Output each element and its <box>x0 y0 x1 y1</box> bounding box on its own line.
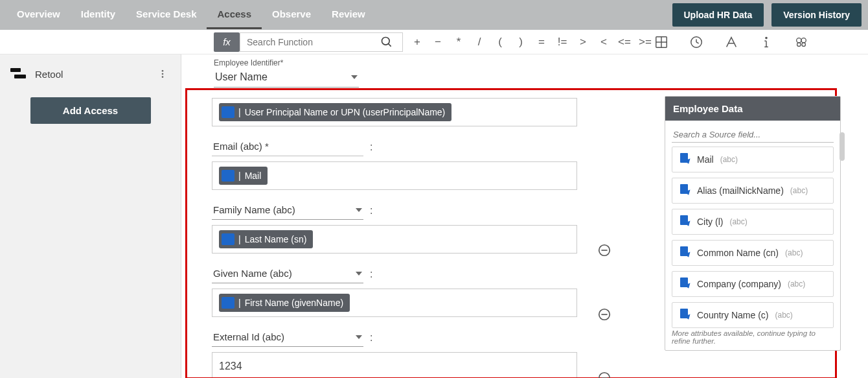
source-field-icon <box>222 297 234 309</box>
source-field-icon <box>679 278 691 290</box>
field-external-id-input[interactable]: 1234 <box>212 352 577 378</box>
source-field-list: Mail (abc) Alias (mailNickName) (abc) Ci… <box>665 147 840 328</box>
op-neq[interactable]: != <box>552 36 573 49</box>
remove-field-icon[interactable] <box>597 370 612 378</box>
colon: : <box>370 268 372 280</box>
field-external-id-value: 1234 <box>219 360 242 372</box>
op-lt[interactable]: < <box>593 36 614 49</box>
source-field-search-input[interactable] <box>672 127 834 143</box>
op-mul[interactable]: * <box>448 36 469 49</box>
scrollbar-thumb[interactable] <box>839 132 845 161</box>
function-search[interactable] <box>240 32 403 52</box>
calculator-icon[interactable] <box>653 34 670 51</box>
employee-identifier-select[interactable]: Employee Identifier* User Name <box>214 58 359 88</box>
svg-point-13 <box>801 38 806 42</box>
chevron-down-icon[interactable] <box>351 75 358 79</box>
fx-icon: fx <box>214 32 240 52</box>
source-field-type: (abc) <box>788 279 805 289</box>
op-plus[interactable]: + <box>407 36 428 49</box>
chip-mail[interactable]: | Mail <box>219 167 268 185</box>
source-field-item[interactable]: Company (company) (abc) <box>672 271 834 297</box>
svg-point-0 <box>382 37 390 45</box>
app-logo-icon <box>10 67 26 81</box>
op-div[interactable]: / <box>469 36 490 49</box>
field-email-label: Email (abc) * <box>213 141 269 152</box>
field-upn-input[interactable]: | User Principal Name or UPN (userPrinci… <box>212 98 577 126</box>
op-lte[interactable]: <= <box>614 36 635 49</box>
remove-field-icon[interactable] <box>597 242 612 258</box>
chevron-down-icon[interactable] <box>356 208 362 212</box>
colon: : <box>370 332 372 344</box>
employee-data-panel: Employee Data Mail (abc) Alias (mailNick… <box>665 96 841 351</box>
source-field-icon <box>222 233 234 245</box>
chip-upn-label: User Principal Name or UPN (userPrincipa… <box>245 107 446 117</box>
chip-first-name[interactable]: | First Name (givenName) <box>219 294 350 312</box>
text-icon[interactable] <box>723 34 740 51</box>
remove-field-icon[interactable] <box>597 307 612 322</box>
op-rparen[interactable]: ) <box>510 36 531 49</box>
op-gt[interactable]: > <box>573 36 593 49</box>
nav-service-desk[interactable]: Service Desk <box>126 1 207 29</box>
svg-point-23 <box>599 373 610 378</box>
nav-review[interactable]: Review <box>321 1 376 29</box>
upload-hr-data-button[interactable]: Upload HR Data <box>672 3 764 27</box>
function-search-input[interactable] <box>240 37 376 47</box>
source-field-item[interactable]: Mail (abc) <box>672 147 834 172</box>
op-eq[interactable]: = <box>531 36 552 49</box>
field-external-id-label: External Id (abc) <box>213 331 284 342</box>
source-field-item[interactable]: Country Name (c) (abc) <box>672 302 834 328</box>
chevron-down-icon[interactable] <box>356 272 362 276</box>
source-field-icon <box>222 106 234 118</box>
field-given-name-input[interactable]: | First Name (givenName) <box>212 289 577 317</box>
source-field-type: (abc) <box>790 186 808 195</box>
sidebar-header: Retool <box>6 64 174 93</box>
svg-line-1 <box>389 43 391 46</box>
svg-point-17 <box>162 73 164 75</box>
colon: : <box>370 205 372 217</box>
top-bar: Overview Identity Service Desk Access Ob… <box>0 0 868 30</box>
field-family-name-label: Family Name (abc) <box>213 204 295 215</box>
svg-point-15 <box>802 42 806 46</box>
sidebar: Retool Add Access <box>0 54 181 378</box>
toolbar-icons <box>653 34 810 51</box>
source-field-type: (abc) <box>729 217 747 226</box>
op-minus[interactable]: − <box>428 36 448 49</box>
add-access-button[interactable]: Add Access <box>30 97 151 124</box>
nav-observe[interactable]: Observe <box>262 1 321 29</box>
nav-identity[interactable]: Identity <box>71 1 126 29</box>
source-field-name: Common Name (cn) <box>697 248 779 258</box>
field-given-name-label: Given Name (abc) <box>213 268 292 279</box>
source-field-name: Alias (mailNickName) <box>697 185 784 196</box>
field-family-name-input[interactable]: | Last Name (sn) <box>212 225 577 254</box>
source-field-item[interactable]: City (l) (abc) <box>672 209 834 235</box>
source-field-item[interactable]: Alias (mailNickName) (abc) <box>672 178 834 204</box>
source-field-icon <box>222 170 234 182</box>
source-field-type: (abc) <box>785 248 803 257</box>
chip-upn[interactable]: | User Principal Name or UPN (userPrinci… <box>219 103 451 121</box>
employee-identifier-value: User Name <box>215 71 268 83</box>
source-field-icon <box>679 309 691 322</box>
employee-data-title: Employee Data <box>665 97 840 121</box>
source-field-name: Company (company) <box>697 279 781 289</box>
svg-point-14 <box>797 42 801 46</box>
info-icon[interactable] <box>758 34 775 51</box>
source-field-icon <box>679 184 691 197</box>
version-history-button[interactable]: Version History <box>771 3 862 27</box>
search-icon[interactable] <box>376 36 397 49</box>
op-lparen[interactable]: ( <box>490 36 510 49</box>
colon: : <box>370 141 372 153</box>
brain-icon[interactable] <box>793 34 810 51</box>
chip-last-name[interactable]: | Last Name (sn) <box>219 230 313 248</box>
nav-access[interactable]: Access <box>207 1 262 29</box>
source-field-item[interactable]: Common Name (cn) (abc) <box>672 240 834 266</box>
employee-identifier-label: Employee Identifier* <box>214 58 359 67</box>
operator-row: + − * / ( ) = != > < <= >= <box>407 36 656 49</box>
field-email-input[interactable]: | Mail <box>212 161 577 190</box>
source-field-name: City (l) <box>697 217 723 227</box>
clock-icon[interactable] <box>688 34 705 51</box>
source-field-icon <box>679 215 691 228</box>
chevron-down-icon[interactable] <box>356 335 362 339</box>
nav-overview[interactable]: Overview <box>6 1 71 29</box>
chip-first-name-label: First Name (givenName) <box>245 298 343 308</box>
sidebar-menu-icon[interactable] <box>155 66 170 82</box>
